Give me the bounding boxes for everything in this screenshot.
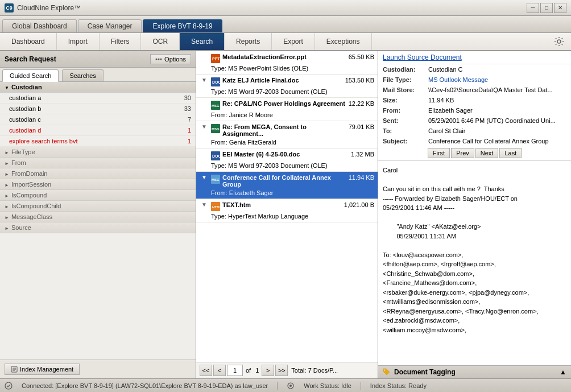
importsession-chevron — [5, 181, 9, 188]
page-next-button[interactable]: > — [262, 365, 274, 376]
from-group[interactable]: From — [0, 158, 196, 168]
svg-text:PPT: PPT — [212, 57, 220, 61]
window-controls: ─ □ ✕ — [527, 3, 566, 13]
to-label: To: — [378, 126, 424, 136]
fromdomain-group[interactable]: FromDomain — [0, 168, 196, 179]
doc-item-1[interactable]: ▼ DOC Katz ELJ Article Final.doc 153.50 … — [196, 75, 378, 98]
doc-title-3: Re: From MEGA, Consent to Assignment... — [222, 123, 346, 137]
detail-row-filetype: File Type: MS Outlook Message — [378, 75, 571, 85]
doc-size-4: 1.32 MB — [351, 151, 374, 158]
custodian-d[interactable]: custodian d 1 — [0, 125, 196, 136]
svg-point-3 — [160, 59, 162, 60]
doc-size-5: 11.94 KB — [349, 174, 374, 181]
doc-size-2: 12.22 KB — [349, 100, 374, 107]
doc-icon-1: DOC — [211, 77, 220, 86]
page-total-pages: 1 — [254, 367, 260, 374]
explore-search-terms[interactable]: explore search terms bvt 1 — [0, 136, 196, 147]
page-prev-button[interactable]: < — [213, 365, 226, 376]
doc-item-5[interactable]: ▼ MSG Conference Call for Collateral Ann… — [196, 172, 378, 199]
doc-sub-6: Type: HyperText Markup Language — [211, 213, 308, 220]
close-button[interactable]: ✕ — [554, 3, 566, 13]
detail-row-size: Size: 11.94 KB — [378, 95, 571, 105]
tab-global-dashboard[interactable]: Global Dashboard — [2, 19, 77, 32]
minimize-button[interactable]: ─ — [527, 3, 539, 13]
next-button[interactable]: Next — [475, 148, 499, 158]
status-icon — [5, 382, 13, 390]
launch-source-link[interactable]: Launch Source Document — [383, 53, 462, 61]
doc-item-6[interactable]: ▼ HTM TEXT.htm 1,021.00 B Type: HyperTex… — [196, 199, 378, 222]
nav-import[interactable]: Import — [57, 33, 100, 50]
prev-button[interactable]: Prev — [451, 148, 474, 158]
index-management-button[interactable]: Index Management — [5, 364, 80, 375]
doc-item-0[interactable]: PPT MetadataExtractionError.ppt 65.50 KB… — [196, 51, 378, 75]
nav-filters[interactable]: Filters — [100, 33, 142, 50]
custodian-a[interactable]: custodian a 30 — [0, 93, 196, 104]
doc-detail-header: Launch Source Document — [378, 51, 571, 64]
filetype-group[interactable]: FileType — [0, 147, 196, 158]
first-button[interactable]: First — [428, 148, 450, 158]
iscompoundchild-group[interactable]: IsCompoundChild — [0, 201, 196, 212]
doc-size-1: 153.50 KB — [345, 77, 374, 84]
size-label: Size: — [378, 95, 424, 105]
index-management-section: Index Management — [0, 360, 196, 378]
doc-expand-6[interactable]: ▼ — [200, 201, 209, 208]
custodian-chevron — [5, 84, 9, 90]
importsession-group[interactable]: ImportSession — [0, 179, 196, 190]
svg-text:MSG: MSG — [212, 104, 220, 108]
svg-point-25 — [289, 385, 292, 387]
nav-search[interactable]: Search — [180, 33, 225, 50]
ppt-icon: PPT — [211, 54, 220, 63]
doc-size-0: 65.50 KB — [349, 53, 374, 60]
doc-title-1: Katz ELJ Article Final.doc — [222, 77, 343, 84]
source-chevron — [5, 224, 9, 231]
doc-item-2[interactable]: MSG Re: CP&L/NC Power Holdings Agreement… — [196, 98, 378, 121]
messageclass-chevron — [5, 213, 9, 220]
last-button[interactable]: Last — [499, 148, 522, 158]
tab-explore-bvt[interactable]: Explore BVT 8-9-19 — [143, 19, 222, 32]
detail-row-from: From: Elizabeth Sager — [378, 105, 571, 115]
options-button[interactable]: Options — [150, 54, 191, 64]
size-value: 11.94 KB — [424, 95, 571, 105]
nav-reports[interactable]: Reports — [225, 33, 272, 50]
doc-size-6: 1,021.00 B — [344, 201, 374, 208]
doc-title-0: MetadataExtractionError.ppt — [222, 53, 346, 60]
tab-case-manager[interactable]: Case Manager — [78, 19, 142, 32]
status-divider-1 — [277, 382, 278, 390]
email-icon-5: MSG — [211, 175, 220, 184]
doc-expand-1[interactable]: ▼ — [200, 77, 209, 83]
svg-text:MSG: MSG — [212, 127, 220, 131]
page-first-button[interactable]: << — [200, 365, 212, 376]
title-bar: C9 CloudNine Explore™ ─ □ ✕ — [0, 0, 571, 16]
doc-item-4[interactable]: DOC EEI Master (6) 4-25-00.doc 1.32 MB T… — [196, 148, 378, 172]
nav-export[interactable]: Export — [272, 33, 315, 50]
messageclass-group[interactable]: MessageClass — [0, 212, 196, 222]
detail-table: Custodian: Custodian C File Type: MS Out… — [378, 64, 571, 146]
custodian-group-header[interactable]: Custodian — [0, 82, 196, 93]
email-body-text: Carol Can you sit in on this call with m… — [383, 166, 566, 335]
detail-row-custodian: Custodian: Custodian C — [378, 64, 571, 75]
page-number-input[interactable] — [227, 365, 243, 376]
doc-sub-0: Type: MS PowerPoint Slides (OLE) — [211, 65, 308, 72]
tab-searches[interactable]: Searches — [62, 69, 103, 81]
doc-expand-3[interactable]: ▼ — [200, 123, 209, 130]
work-status-icon — [287, 382, 295, 390]
htm-icon: HTM — [211, 202, 220, 211]
nav-dashboard[interactable]: Dashboard — [0, 33, 57, 50]
custodian-c[interactable]: custodian c 7 — [0, 114, 196, 125]
maximize-button[interactable]: □ — [540, 3, 553, 13]
detail-row-subject: Subject: Conference Call for Collateral … — [378, 136, 571, 146]
source-group[interactable]: Source — [0, 222, 196, 233]
custodian-b[interactable]: custodian b 33 — [0, 104, 196, 114]
doc-item-3[interactable]: ▼ MSG Re: From MEGA, Consent to Assignme… — [196, 121, 378, 148]
document-tagging-section[interactable]: Document Tagging ▲ — [378, 365, 571, 378]
tab-guided-search[interactable]: Guided Search — [2, 69, 59, 82]
nav-ocr[interactable]: OCR — [141, 33, 180, 50]
doc-sub-4: Type: MS Word 97-2003 Document (OLE) — [211, 162, 328, 169]
settings-icon[interactable] — [547, 33, 571, 50]
nav-exceptions[interactable]: Exceptions — [315, 33, 372, 50]
sent-label: Sent: — [378, 115, 424, 126]
page-last-button[interactable]: >> — [275, 365, 288, 376]
doc-expand-5[interactable]: ▼ — [200, 174, 209, 180]
from-value: Elizabeth Sager — [424, 105, 571, 115]
iscompound-group[interactable]: IsCompound — [0, 190, 196, 201]
